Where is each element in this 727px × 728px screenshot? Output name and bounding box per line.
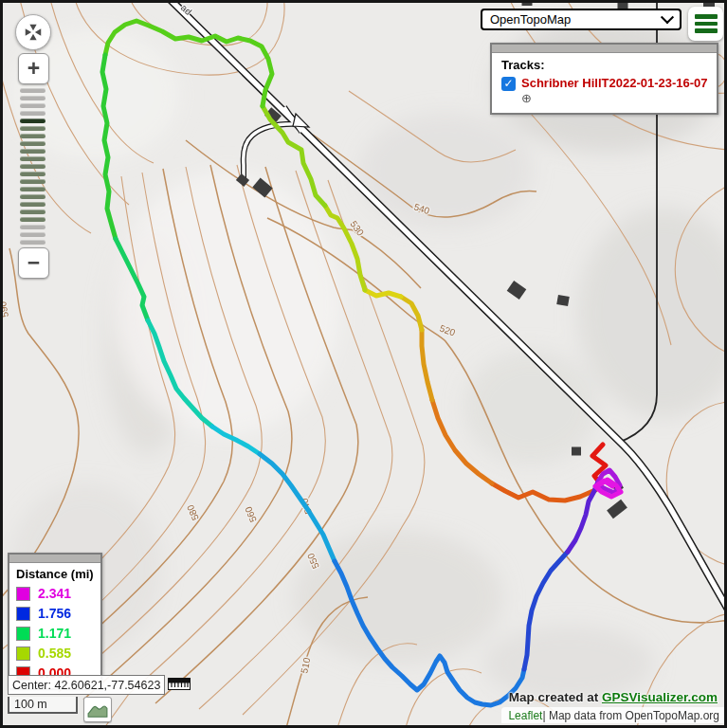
basemap-select-value: OpenTopoMap (490, 12, 571, 27)
chevron-down-icon (661, 10, 674, 24)
legend-swatch (16, 646, 30, 661)
legend-value: 1.171 (38, 626, 71, 641)
tracks-panel-title: Tracks: (501, 58, 709, 72)
map-credits: Map created at GPSVisualizer.com (509, 690, 718, 704)
zoom-level-16[interactable] (20, 209, 45, 214)
track-checkbox[interactable]: ✓ (501, 77, 516, 91)
track-list-item: ✓ Schribner HillT2022-01-23-16-07 ⊕ (501, 76, 709, 105)
zoom-level-12[interactable] (20, 179, 45, 184)
legend-entry: 0.585 (16, 646, 94, 661)
building (556, 295, 570, 306)
zoom-level-0[interactable] (20, 88, 45, 93)
legend-swatch (16, 607, 30, 621)
zoom-level-9[interactable] (20, 156, 45, 161)
legend-drag-handle[interactable] (9, 555, 100, 563)
legend-swatch (16, 587, 30, 601)
zoom-level-19[interactable] (20, 232, 45, 237)
zoom-level-20[interactable] (20, 240, 45, 245)
zoom-level-11[interactable] (20, 172, 45, 176)
track-name[interactable]: Schribner HillT2022-01-23-16-07 ⊕ (521, 76, 709, 105)
measure-button[interactable] (168, 676, 191, 692)
map-center-readout: Center: 42.60621,-77.54623 (8, 675, 165, 695)
zoom-level-5[interactable] (20, 126, 45, 131)
zoom-in-button[interactable]: + (18, 53, 49, 84)
building (572, 447, 581, 456)
gpsvisualizer-link[interactable]: GPSVisualizer.com (602, 690, 718, 704)
zoom-level-3[interactable] (20, 111, 45, 116)
zoom-level-2[interactable] (20, 103, 45, 108)
zoom-level-15[interactable] (20, 202, 45, 207)
leaflet-link[interactable]: Leaflet (508, 709, 542, 722)
zoom-level-10[interactable] (20, 164, 45, 169)
locate-track-icon[interactable]: ⊕ (521, 91, 532, 105)
center-coordinates: Center: 42.60621,-77.54623 (12, 679, 160, 692)
hamburger-icon (695, 14, 718, 19)
legend-value: 1.756 (38, 606, 71, 621)
tracks-panel-drag-handle[interactable] (492, 45, 717, 53)
scale-bar-label: 100 m (14, 698, 47, 711)
attribution-bar: Leaflet | Map data from OpenTopoMap.org (501, 707, 725, 723)
scale-bar: 100 m (8, 697, 78, 714)
zoom-level-8[interactable] (20, 149, 45, 154)
zoom-out-button[interactable]: − (18, 247, 49, 279)
legend-swatch (16, 627, 30, 641)
legend-rows: 2.3411.7561.1710.5850.000 (16, 586, 94, 681)
zoom-level-7[interactable] (20, 141, 45, 146)
distance-legend: Distance (mi) 2.3411.7561.1710.5850.000 (8, 553, 102, 690)
menu-button[interactable] (688, 7, 723, 41)
legend-entry: 2.341 (16, 586, 94, 601)
zoom-slider[interactable] (20, 88, 45, 247)
elevation-profile-button[interactable] (83, 697, 112, 722)
elevation-profile-icon (87, 701, 108, 719)
zoom-level-6[interactable] (20, 134, 45, 138)
zoom-level-18[interactable] (20, 225, 45, 229)
basemap-select[interactable]: OpenTopoMap (481, 9, 682, 30)
legend-value: 0.585 (38, 646, 71, 661)
recenter-button[interactable] (15, 14, 51, 50)
legend-entry: 1.756 (16, 606, 94, 621)
zoom-level-13[interactable] (20, 187, 45, 191)
legend-entry: 1.171 (16, 626, 94, 641)
building (522, 0, 533, 6)
legend-value: 2.341 (38, 586, 71, 601)
tracks-panel: Tracks: ✓ Schribner HillT2022-01-23-16-0… (490, 43, 718, 115)
zoom-level-14[interactable] (20, 194, 45, 199)
center-arrows-icon (23, 22, 44, 43)
map-viewport[interactable]: 540530520580560540550510590 ad + − OpenT… (0, 0, 727, 728)
ruler-icon (168, 677, 191, 692)
legend-title: Distance (mi) (16, 567, 94, 581)
zoom-level-1[interactable] (20, 96, 45, 100)
attribution-text: | Map data from OpenTopoMap.org (542, 709, 719, 722)
zoom-level-4[interactable] (20, 118, 45, 123)
zoom-level-17[interactable] (20, 217, 45, 222)
